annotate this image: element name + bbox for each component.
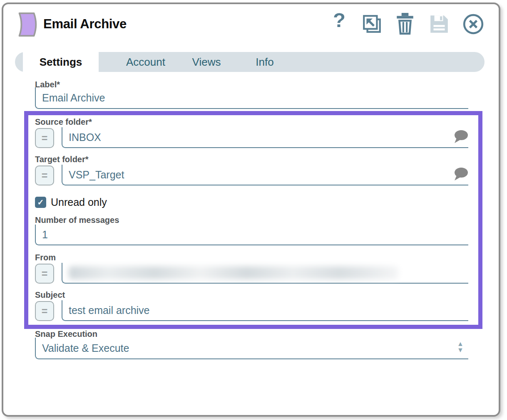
spinner-down-icon[interactable]: ▼ (457, 347, 464, 353)
from-label: From (35, 253, 56, 262)
unread-only-checkbox[interactable]: ✓ (35, 197, 46, 208)
tab-bar: Settings Account Views Info (15, 52, 485, 72)
subject-input[interactable]: test email archive (62, 300, 468, 321)
from-value-redacted (69, 266, 398, 279)
subject-expression-toggle[interactable]: = (35, 301, 54, 321)
target-folder-expression-toggle[interactable]: = (35, 166, 54, 185)
source-folder-label: Source folder* (35, 117, 92, 127)
snap-execution-select[interactable]: Validate & Execute (35, 338, 468, 359)
source-folder-comment-icon[interactable] (453, 130, 469, 144)
target-folder-input[interactable]: VSP_Target (62, 165, 468, 185)
tab-info[interactable]: Info (240, 52, 290, 72)
save-icon[interactable] (429, 14, 450, 35)
target-folder-comment-icon[interactable] (453, 167, 469, 181)
source-folder-input[interactable]: INBOX (62, 127, 468, 148)
unread-only-label: Unread only (51, 196, 107, 208)
number-of-messages-input[interactable]: 1 (35, 225, 468, 245)
tab-settings[interactable]: Settings (23, 52, 99, 72)
trash-icon[interactable] (395, 12, 415, 35)
close-icon[interactable] (462, 13, 485, 35)
subject-label: Subject (35, 290, 65, 300)
snap-settings-dialog: Email Archive ? (0, 0, 507, 420)
export-icon[interactable] (362, 14, 383, 35)
help-icon[interactable]: ? (333, 10, 345, 30)
page-title: Email Archive (43, 17, 127, 32)
label-input[interactable]: Email Archive (35, 87, 468, 109)
snap-shape-icon (14, 11, 40, 38)
from-expression-toggle[interactable]: = (35, 264, 54, 284)
spinner-up-icon[interactable]: ▲ (457, 341, 464, 347)
target-folder-label: Target folder* (35, 155, 89, 164)
from-input[interactable] (62, 263, 468, 284)
source-folder-expression-toggle[interactable]: = (35, 128, 54, 148)
tab-views[interactable]: Views (176, 52, 237, 72)
number-of-messages-label: Number of messages (35, 215, 119, 225)
tab-account[interactable]: Account (107, 52, 184, 72)
spinner-arrows-icon[interactable]: ▲ ▼ (457, 341, 464, 353)
